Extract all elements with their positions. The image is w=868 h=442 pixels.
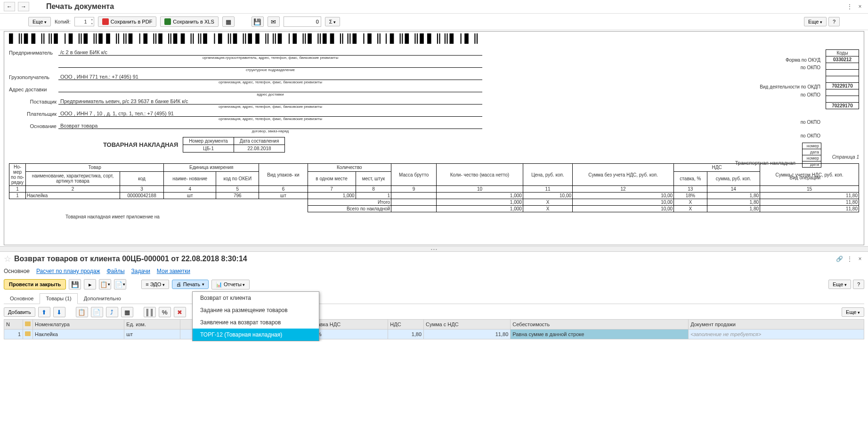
cell-vatrate[interactable]: 18% [309,329,388,339]
cell-nom[interactable]: Наклейка [33,329,124,339]
col-num: 12 [573,186,674,193]
grid-header[interactable]: N [4,320,23,329]
move-up-button[interactable]: ⬆ [38,307,50,317]
close-icon-2[interactable]: × [856,255,864,263]
copy-button[interactable]: 📋 [99,279,111,289]
cell-sumvat[interactable]: 11,80 [424,329,511,339]
barcode-button[interactable]: ║║ [144,307,156,317]
clear-button[interactable]: ✖ [174,307,186,317]
add-button[interactable]: Добавить [4,307,35,317]
cell-docprod[interactable]: <заполнение не требуется> [689,329,864,339]
grid-header[interactable]: Номенклатура [33,320,124,329]
close-icon[interactable]: × [856,2,864,11]
main-tab[interactable]: Расчет по плану продаж [36,268,100,274]
copies-input[interactable]: 1 [74,17,94,26]
process-button[interactable]: ▸ [84,279,96,289]
print-menu-item[interactable]: Заявление на возврат товаров [193,316,319,329]
hint5: организация, адрес, телефон, факс, банко… [58,104,482,109]
main-tab[interactable]: Файлы [106,268,124,274]
save-pdf-label: Сохранить в PDF [111,19,153,24]
col-num: 13 [674,186,707,193]
grid-header[interactable]: Себестоимость [511,320,689,329]
save-xls-button[interactable]: Сохранить в XLS [160,16,218,27]
main-tab[interactable]: Основное [4,268,30,274]
edo-button[interactable]: ≡ ЭДО [141,280,169,289]
grid-header[interactable]: НДС [388,320,424,329]
table-row[interactable]: 1 Наклейка шт 1,000 10,00 10,00 18% 1,80… [4,329,864,339]
th-edizm: Единица измерения [164,164,259,172]
grid-toolbar: Добавить ⬆ ⬇ 📋 📄 ⤴ ▦ ║║ % ✖ Еще [4,307,864,317]
back-button[interactable]: ← [4,2,15,11]
print-button[interactable]: 🖨 Печать [172,280,209,289]
okpo-post [826,96,859,103]
sub-tab[interactable]: Дополнительно [78,293,127,304]
move-down-button[interactable]: ⬇ [53,307,65,317]
sub-tab[interactable]: Основное [4,293,40,304]
share-button[interactable]: ⤴ [106,307,118,317]
mail-button[interactable]: ✉ [268,16,280,27]
itogo-vat: 1,80 [707,199,760,206]
main-tab[interactable]: Задачи [131,268,150,274]
fill-button[interactable]: ▦ [121,307,133,317]
th-sumbez: Сумма без учета НДС, руб. коп. [573,164,674,186]
sigma-button[interactable]: Σ [325,17,340,26]
forward-button[interactable]: → [18,2,29,11]
grid-header[interactable]: Документ продажи [689,320,864,329]
num-input[interactable] [284,16,321,27]
more-button-3[interactable]: Еще [842,307,864,317]
preview-button[interactable]: ▦ [222,16,235,27]
form-okud-label: Форма по ОКУД [726,57,820,63]
reports-button[interactable]: 📊 Отчеты [211,280,250,289]
menu-icon[interactable]: ⋮ [845,2,854,11]
save-doc-button[interactable]: 💾 [69,279,81,289]
grid-header[interactable]: Сумма с НДС [424,320,511,329]
print-menu-item[interactable]: Возврат от клиента [193,292,319,304]
cell-unit[interactable]: шт [124,329,180,339]
splitter[interactable]: • • • [0,246,868,252]
col-num: 11 [523,186,572,193]
data-cell: 11,80 [760,193,859,199]
grid-header[interactable] [23,320,33,329]
menu-icon-2[interactable]: ⋮ [845,255,854,263]
sub-tab[interactable]: Товары (1) [40,293,77,304]
itogo-label: Итого [308,199,391,206]
basis-button[interactable]: 📄 [114,279,126,289]
th-ednaim: наиме- нование [164,171,216,185]
more-button-right[interactable]: Еще [804,17,827,26]
osn-value: Возврат товара [58,123,482,129]
items-grid[interactable]: NНоменклатураЕд. изм.СуммаСтавка НДСНДСС… [4,319,864,339]
help-button-2[interactable]: ? [853,280,864,289]
main-table: Но- мер по по- рядку Товар Единица измер… [9,163,859,212]
hint1: организация-грузоотправитель, адрес, тел… [58,56,482,60]
col-num: 15 [760,186,859,193]
cell-cost[interactable]: Равна сумме в данной строке [511,329,689,339]
save-button[interactable]: 💾 [251,16,264,27]
save-pdf-button[interactable]: Сохранить в PDF [98,16,157,27]
help-button[interactable]: ? [828,17,840,26]
paste-row-button[interactable]: 📄 [91,307,103,317]
cell-vat[interactable]: 1,80 [388,329,424,339]
codes-table: Коды 0330212 70229170 70229170 [826,49,859,109]
print-menu-item[interactable]: Задание на размещение товаров [193,304,319,316]
osn-label: Основание [9,123,58,129]
th-ndssum: сумма, руб. коп. [707,171,760,185]
cell-n[interactable]: 1 [4,329,23,339]
okpo-label-2: по ОКПО [726,92,820,97]
cell-icon[interactable] [23,329,33,339]
more-button[interactable]: Еще [28,17,51,26]
data-cell: 18% [674,193,707,199]
print-menu-item[interactable]: ТОРГ-12 (Товарная накладная) [193,329,319,341]
favorite-icon[interactable]: ☆ [4,254,11,264]
vsego-qty: 1,000 [437,206,523,212]
grid-header[interactable]: Ставка НДС [309,320,388,329]
link-icon[interactable]: 🔗 [835,255,844,263]
document-title: Возврат товаров от клиента 00ЦБ-000001 о… [14,255,247,263]
process-close-button[interactable]: Провести и закрыть [4,279,66,289]
main-tab[interactable]: Мои заметки [157,268,190,274]
more-button-2[interactable]: Еще [828,280,851,289]
document-preview[interactable]: ▌║▌▌║║▌│▌║▌║▌▌║║▌│▌║▌║▌▌║║▌│▌║▌║▌▌║║▌│▌║… [4,31,864,245]
col-num: 14 [707,186,760,193]
percent-button[interactable]: % [159,307,171,317]
copy-row-button[interactable]: 📋 [76,307,88,317]
grid-header[interactable]: Ед. изм. [124,320,180,329]
